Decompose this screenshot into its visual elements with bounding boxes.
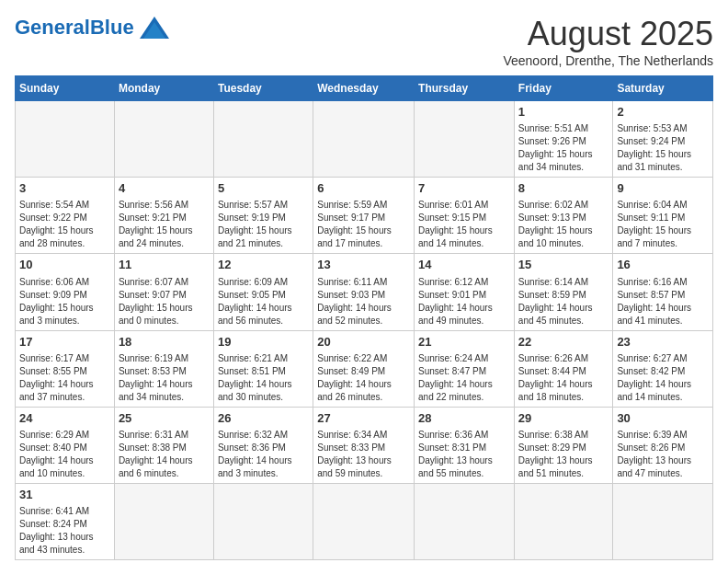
logo-text: GeneralBlue [15, 17, 134, 38]
day-number: 20 [317, 334, 410, 350]
day-info: Sunrise: 5:56 AM Sunset: 9:21 PM Dayligh… [119, 199, 210, 250]
calendar-cell: 20Sunrise: 6:22 AM Sunset: 8:49 PM Dayli… [313, 330, 415, 407]
calendar-cell: 2Sunrise: 5:53 AM Sunset: 9:24 PM Daylig… [613, 101, 713, 178]
logo-icon [138, 15, 171, 40]
day-number: 27 [317, 410, 410, 427]
day-info: Sunrise: 6:38 AM Sunset: 8:29 PM Dayligh… [518, 429, 609, 480]
day-number: 3 [19, 180, 110, 197]
day-number: 31 [19, 487, 110, 503]
day-number: 12 [218, 257, 309, 273]
calendar-week-row: 31Sunrise: 6:41 AM Sunset: 8:24 PM Dayli… [16, 483, 713, 559]
calendar-cell [313, 483, 415, 559]
calendar-cell [16, 101, 115, 178]
day-number: 19 [218, 334, 309, 350]
day-info: Sunrise: 6:31 AM Sunset: 8:38 PM Dayligh… [119, 429, 210, 480]
calendar-cell: 31Sunrise: 6:41 AM Sunset: 8:24 PM Dayli… [16, 483, 115, 559]
day-number: 21 [418, 334, 510, 350]
day-info: Sunrise: 5:51 AM Sunset: 9:26 PM Dayligh… [518, 122, 609, 174]
location-title: Veenoord, Drenthe, The Netherlands [503, 53, 713, 68]
calendar-cell [114, 101, 213, 178]
calendar-cell [114, 483, 213, 559]
calendar-cell: 28Sunrise: 6:36 AM Sunset: 8:31 PM Dayli… [415, 407, 515, 483]
calendar-cell: 1Sunrise: 5:51 AM Sunset: 9:26 PM Daylig… [514, 101, 613, 178]
month-title: August 2025 [503, 15, 713, 53]
day-number: 14 [418, 257, 510, 273]
calendar-table: SundayMondayTuesdayWednesdayThursdayFrid… [15, 75, 713, 560]
day-number: 16 [617, 257, 709, 273]
weekday-header-monday: Monday [114, 76, 213, 101]
calendar-cell [213, 101, 313, 178]
day-number: 15 [518, 257, 609, 273]
weekday-header-row: SundayMondayTuesdayWednesdayThursdayFrid… [16, 76, 713, 101]
day-number: 30 [617, 410, 709, 427]
day-info: Sunrise: 6:09 AM Sunset: 9:05 PM Dayligh… [218, 276, 309, 327]
calendar-cell: 3Sunrise: 5:54 AM Sunset: 9:22 PM Daylig… [16, 178, 115, 254]
day-number: 1 [518, 104, 609, 121]
day-info: Sunrise: 6:27 AM Sunset: 8:42 PM Dayligh… [617, 352, 709, 404]
day-info: Sunrise: 6:04 AM Sunset: 9:11 PM Dayligh… [617, 199, 709, 250]
weekday-header-tuesday: Tuesday [213, 76, 313, 101]
calendar-cell [313, 101, 415, 178]
calendar-cell: 9Sunrise: 6:04 AM Sunset: 9:11 PM Daylig… [613, 178, 713, 254]
calendar-cell: 24Sunrise: 6:29 AM Sunset: 8:40 PM Dayli… [16, 407, 115, 483]
day-info: Sunrise: 6:11 AM Sunset: 9:03 PM Dayligh… [317, 276, 410, 327]
day-info: Sunrise: 6:36 AM Sunset: 8:31 PM Dayligh… [418, 429, 510, 480]
logo: GeneralBlue [15, 15, 171, 40]
day-info: Sunrise: 6:06 AM Sunset: 9:09 PM Dayligh… [19, 276, 110, 327]
day-number: 7 [418, 180, 510, 197]
calendar-cell [514, 483, 613, 559]
calendar-cell [613, 483, 713, 559]
weekday-header-friday: Friday [514, 76, 613, 101]
weekday-header-wednesday: Wednesday [313, 76, 415, 101]
day-info: Sunrise: 6:16 AM Sunset: 8:57 PM Dayligh… [617, 276, 709, 327]
calendar-header: GeneralBlue August 2025 Veenoord, Drenth… [15, 15, 713, 68]
calendar-cell [213, 483, 313, 559]
day-number: 24 [19, 410, 110, 427]
calendar-week-row: 24Sunrise: 6:29 AM Sunset: 8:40 PM Dayli… [16, 407, 713, 483]
day-info: Sunrise: 6:39 AM Sunset: 8:26 PM Dayligh… [617, 429, 709, 480]
day-number: 22 [518, 334, 609, 350]
day-info: Sunrise: 6:34 AM Sunset: 8:33 PM Dayligh… [317, 429, 410, 480]
calendar-week-row: 17Sunrise: 6:17 AM Sunset: 8:55 PM Dayli… [16, 330, 713, 407]
calendar-week-row: 1Sunrise: 5:51 AM Sunset: 9:26 PM Daylig… [16, 101, 713, 178]
calendar-cell: 17Sunrise: 6:17 AM Sunset: 8:55 PM Dayli… [16, 330, 115, 407]
day-number: 17 [19, 334, 110, 350]
day-number: 8 [518, 180, 609, 197]
day-number: 10 [19, 257, 110, 273]
calendar-cell [415, 101, 515, 178]
calendar-cell: 25Sunrise: 6:31 AM Sunset: 8:38 PM Dayli… [114, 407, 213, 483]
day-info: Sunrise: 6:21 AM Sunset: 8:51 PM Dayligh… [218, 352, 309, 404]
day-info: Sunrise: 5:54 AM Sunset: 9:22 PM Dayligh… [19, 199, 110, 250]
day-info: Sunrise: 5:59 AM Sunset: 9:17 PM Dayligh… [317, 199, 410, 250]
day-number: 26 [218, 410, 309, 427]
day-number: 4 [119, 180, 210, 197]
calendar-cell: 5Sunrise: 5:57 AM Sunset: 9:19 PM Daylig… [213, 178, 313, 254]
calendar-cell: 13Sunrise: 6:11 AM Sunset: 9:03 PM Dayli… [313, 254, 415, 330]
calendar-cell: 14Sunrise: 6:12 AM Sunset: 9:01 PM Dayli… [415, 254, 515, 330]
day-info: Sunrise: 6:19 AM Sunset: 8:53 PM Dayligh… [119, 352, 210, 404]
calendar-cell: 18Sunrise: 6:19 AM Sunset: 8:53 PM Dayli… [114, 330, 213, 407]
day-number: 28 [418, 410, 510, 427]
calendar-cell: 6Sunrise: 5:59 AM Sunset: 9:17 PM Daylig… [313, 178, 415, 254]
day-info: Sunrise: 6:14 AM Sunset: 8:59 PM Dayligh… [518, 276, 609, 327]
day-number: 25 [119, 410, 210, 427]
day-info: Sunrise: 6:32 AM Sunset: 8:36 PM Dayligh… [218, 429, 309, 480]
day-number: 11 [119, 257, 210, 273]
calendar-cell: 12Sunrise: 6:09 AM Sunset: 9:05 PM Dayli… [213, 254, 313, 330]
calendar-cell: 26Sunrise: 6:32 AM Sunset: 8:36 PM Dayli… [213, 407, 313, 483]
calendar-cell: 7Sunrise: 6:01 AM Sunset: 9:15 PM Daylig… [415, 178, 515, 254]
day-number: 18 [119, 334, 210, 350]
calendar-cell: 27Sunrise: 6:34 AM Sunset: 8:33 PM Dayli… [313, 407, 415, 483]
day-info: Sunrise: 5:57 AM Sunset: 9:19 PM Dayligh… [218, 199, 309, 250]
day-info: Sunrise: 5:53 AM Sunset: 9:24 PM Dayligh… [617, 122, 709, 174]
calendar-cell [415, 483, 515, 559]
calendar-cell: 19Sunrise: 6:21 AM Sunset: 8:51 PM Dayli… [213, 330, 313, 407]
calendar-cell: 10Sunrise: 6:06 AM Sunset: 9:09 PM Dayli… [16, 254, 115, 330]
calendar-cell: 29Sunrise: 6:38 AM Sunset: 8:29 PM Dayli… [514, 407, 613, 483]
calendar-cell: 15Sunrise: 6:14 AM Sunset: 8:59 PM Dayli… [514, 254, 613, 330]
day-info: Sunrise: 6:26 AM Sunset: 8:44 PM Dayligh… [518, 352, 609, 404]
calendar-week-row: 3Sunrise: 5:54 AM Sunset: 9:22 PM Daylig… [16, 178, 713, 254]
title-area: August 2025 Veenoord, Drenthe, The Nethe… [503, 15, 713, 68]
day-number: 5 [218, 180, 309, 197]
calendar-cell: 30Sunrise: 6:39 AM Sunset: 8:26 PM Dayli… [613, 407, 713, 483]
